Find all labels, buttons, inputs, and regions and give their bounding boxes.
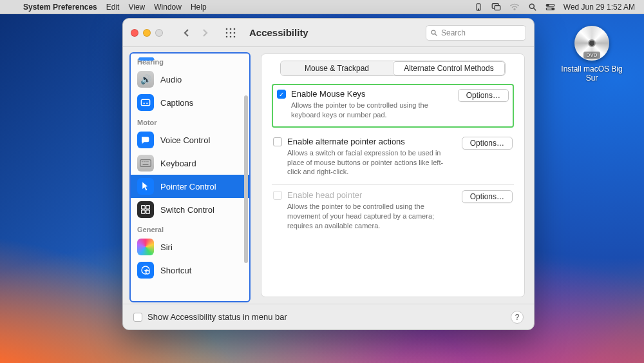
control-center-icon[interactable]: [545, 2, 556, 12]
svg-rect-3: [495, 6, 500, 10]
svg-line-6: [534, 8, 536, 10]
svg-rect-32: [146, 210, 150, 214]
siri-icon: [137, 239, 154, 255]
sidebar-item-label: Keyboard: [160, 159, 196, 168]
desc-head-pointer: Allows the pointer to be controlled usin…: [287, 202, 457, 231]
svg-point-19: [234, 35, 236, 37]
sidebar-item-captions[interactable]: Captions: [131, 91, 249, 114]
dvd-tag: DVD: [583, 52, 601, 59]
sidebar-category-general: General: [131, 221, 249, 235]
svg-point-18: [230, 35, 232, 37]
footer: Show Accessibility status in menu bar ?: [123, 304, 534, 329]
checkbox-enable-head-pointer: [273, 191, 282, 200]
svg-point-14: [226, 32, 228, 34]
sidebar-item-pointer-control[interactable]: Pointer Control: [131, 175, 249, 198]
svg-point-13: [234, 28, 236, 30]
svg-rect-30: [146, 206, 150, 210]
svg-point-11: [226, 28, 228, 30]
svg-point-20: [431, 30, 435, 34]
minimize-button[interactable]: [143, 29, 151, 37]
svg-rect-23: [140, 160, 151, 167]
menubar-clock[interactable]: Wed Jun 29 1:52 AM: [564, 3, 635, 12]
speaker-icon: 🔊: [137, 71, 154, 88]
menubar: System Preferences Edit View Window Help…: [0, 0, 644, 14]
tab-alternate-control-methods[interactable]: Alternate Control Methods: [393, 61, 505, 75]
svg-point-12: [230, 28, 232, 30]
svg-point-34: [146, 271, 149, 274]
sidebar-item-label: Captions: [160, 98, 193, 108]
spotlight-icon[interactable]: [527, 2, 538, 12]
sidebar-scroll-top-indicator: [138, 57, 154, 61]
label-enable-mouse-keys: Enable Mouse Keys: [291, 89, 453, 99]
wifi-icon[interactable]: [509, 2, 520, 12]
menu-view[interactable]: View: [128, 3, 145, 12]
svg-point-15: [230, 32, 232, 34]
search-icon: [430, 29, 438, 37]
phone-icon[interactable]: [473, 2, 484, 12]
voice-control-icon: [137, 132, 154, 148]
zoom-button: [155, 29, 163, 37]
checkbox-enable-mouse-keys[interactable]: ✓: [277, 90, 286, 99]
sidebar-category-hearing: Hearing: [131, 54, 249, 68]
svg-rect-22: [141, 99, 149, 105]
tab-mouse-trackpad[interactable]: Mouse & Trackpad: [281, 61, 393, 75]
titlebar: Accessibility Search: [123, 19, 534, 47]
group-head-pointer: Enable head pointer Allows the pointer t…: [272, 185, 514, 239]
desktop-item-label: Install macOS Big Sur: [556, 64, 627, 83]
sidebar-item-label: Shortcut: [160, 266, 191, 275]
desc-enable-mouse-keys: Allows the pointer to be controlled usin…: [291, 101, 453, 120]
sidebar-item-label: Switch Control: [160, 205, 214, 215]
pointer-icon: [137, 178, 154, 195]
sidebar-category-motor: Motor: [131, 114, 249, 128]
desc-alternate-pointer-actions: Allows a switch or facial expression to …: [287, 148, 457, 177]
sidebar-item-voice-control[interactable]: Voice Control: [131, 128, 249, 152]
options-head-pointer-button[interactable]: Options…: [462, 190, 513, 203]
switch-control-icon: [137, 201, 154, 218]
search-field[interactable]: Search: [426, 25, 526, 41]
svg-point-8: [547, 4, 549, 6]
forward-button: [196, 25, 213, 41]
keyboard-icon: [137, 155, 154, 172]
label-head-pointer: Enable head pointer: [287, 190, 457, 200]
sidebar-item-switch-control[interactable]: Switch Control: [131, 198, 249, 221]
window-controls: [131, 29, 163, 37]
sidebar-item-shortcut[interactable]: Shortcut: [131, 259, 249, 282]
back-button[interactable]: [178, 25, 195, 41]
svg-line-21: [435, 34, 437, 35]
label-alternate-pointer-actions: Enable alternate pointer actions: [287, 137, 457, 146]
group-alternate-pointer-actions: Enable alternate pointer actions Allows …: [272, 132, 514, 186]
svg-point-1: [478, 8, 478, 9]
sidebar-scrollbar[interactable]: [244, 73, 248, 295]
sidebar-item-audio[interactable]: 🔊 Audio: [131, 68, 249, 91]
menu-window[interactable]: Window: [154, 3, 182, 12]
help-button[interactable]: ?: [511, 311, 524, 324]
svg-point-5: [529, 4, 534, 8]
search-placeholder: Search: [441, 28, 466, 37]
checkbox-enable-alternate-pointer-actions[interactable]: [273, 137, 282, 146]
sidebar-item-label: Voice Control: [160, 135, 210, 145]
close-button[interactable]: [131, 29, 138, 37]
options-mouse-keys-button[interactable]: Options…: [458, 89, 509, 102]
app-menu[interactable]: System Preferences: [23, 3, 97, 12]
desktop-item-dvd[interactable]: DVD Install macOS Big Sur: [556, 26, 627, 83]
sidebar: Hearing 🔊 Audio Captions Motor Voice Con…: [129, 52, 251, 302]
svg-point-10: [552, 8, 554, 10]
window-title: Accessibility: [249, 27, 308, 38]
desktop: ➤ System Preferences Edit View Window He…: [0, 0, 644, 363]
menu-edit[interactable]: Edit: [106, 3, 120, 12]
shortcut-icon: [137, 262, 154, 279]
sidebar-item-label: Audio: [160, 75, 182, 84]
screen-mirroring-icon[interactable]: [491, 2, 502, 12]
sidebar-item-label: Siri: [160, 242, 173, 252]
svg-point-4: [514, 8, 515, 10]
group-mouse-keys: ✓ Enable Mouse Keys Allows the pointer t…: [272, 84, 514, 128]
sidebar-item-siri[interactable]: Siri: [131, 235, 249, 259]
checkbox-show-status-menubar[interactable]: [133, 313, 142, 322]
system-preferences-window: Accessibility Search Hearing 🔊 Audio: [122, 18, 535, 330]
show-all-button[interactable]: [222, 25, 239, 41]
options-alternate-pointer-button[interactable]: Options…: [462, 137, 513, 150]
sidebar-item-keyboard[interactable]: Keyboard: [131, 152, 249, 175]
menu-help[interactable]: Help: [191, 3, 207, 12]
tab-bar: Mouse & Trackpad Alternate Control Metho…: [280, 61, 506, 76]
svg-rect-29: [142, 206, 146, 210]
